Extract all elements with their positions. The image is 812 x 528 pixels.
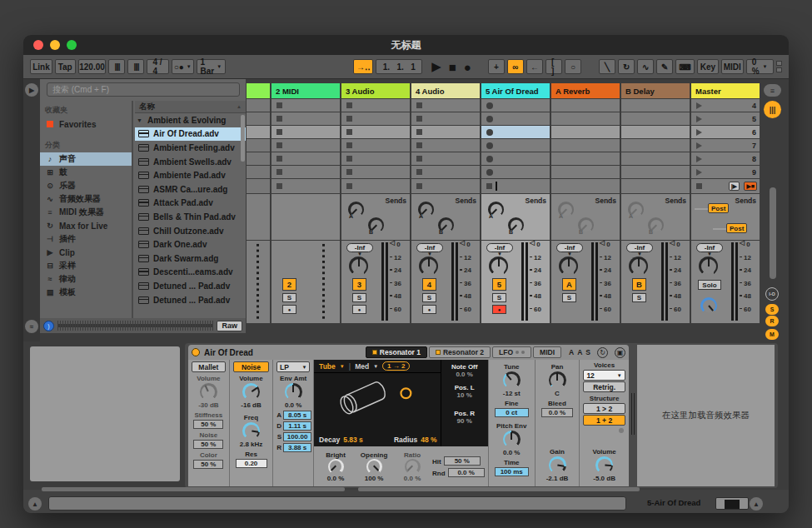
solo-button[interactable]: Solo (698, 280, 721, 290)
info-view-scrollbar[interactable] (42, 487, 345, 491)
clip-slot[interactable] (621, 112, 690, 125)
tune-knob[interactable] (503, 371, 521, 389)
clip-slot[interactable] (621, 126, 690, 138)
pitch-env-knob[interactable] (503, 431, 521, 448)
clip-slot[interactable] (481, 112, 550, 125)
fine-value[interactable]: 0 ct (495, 408, 529, 417)
arm-automation-toggle[interactable]: A (569, 348, 574, 356)
solo-button[interactable]: S (422, 293, 436, 302)
structure-1-2-parallel-button[interactable]: 1 + 2 (583, 415, 625, 426)
pan-knob[interactable] (419, 257, 438, 276)
browser-file-row[interactable]: Ambient Swells.adv (135, 155, 246, 169)
clip-slot[interactable] (551, 112, 620, 125)
track-header[interactable]: Master (691, 83, 760, 98)
browser-file-row[interactable]: Descenti...eams.adv (135, 266, 246, 280)
browser-file-row[interactable]: Chill Outzone.adv (135, 224, 246, 238)
clip-stop-slot[interactable] (247, 179, 270, 193)
send-a-knob[interactable]: A (488, 202, 504, 217)
clip-slot[interactable] (247, 99, 270, 112)
key-map-button[interactable]: Key (697, 59, 718, 74)
sidebar-item-samples[interactable]: ⊟采样 (40, 259, 132, 272)
mallet-button[interactable]: Mallet (192, 361, 226, 372)
send-b-knob[interactable]: B (438, 217, 454, 233)
show-detail-view-button[interactable]: ▲ (750, 497, 763, 511)
clip-slot[interactable] (481, 99, 550, 112)
clip-slot[interactable] (247, 139, 270, 152)
browser-file-row[interactable]: Attack Pad.adv (135, 197, 246, 211)
scene-menu-button[interactable]: ≡ (764, 84, 781, 97)
show-info-view-button[interactable]: ▲ (28, 497, 42, 511)
punch-button[interactable]: [ ] (545, 59, 562, 74)
arm-button[interactable]: ● (282, 305, 296, 314)
fader-handle-icon[interactable]: ◁ (740, 240, 745, 247)
session-toggle[interactable]: S (585, 348, 590, 356)
sidebar-item-instruments[interactable]: ⊙乐器 (40, 179, 132, 192)
gain-knob[interactable] (549, 456, 566, 474)
link-button[interactable]: Link (30, 59, 52, 74)
sidebar-item-audio-effects[interactable]: ∿音频效果器 (40, 192, 132, 206)
clip-slot[interactable] (551, 166, 620, 178)
retrig-button[interactable]: Retrig. (583, 381, 625, 392)
sidebar-item-sounds[interactable]: ♪声音 (40, 152, 132, 166)
send-a-knob[interactable]: A (418, 202, 434, 217)
fader-handle-icon[interactable]: ◁ (670, 240, 675, 247)
device-activator-button[interactable] (192, 348, 200, 356)
device-title-bar[interactable]: Air Of Dread Resonator 1Resonator 2LFOMI… (188, 345, 629, 360)
env-amt-knob[interactable] (285, 383, 302, 401)
resonator-type-dropdown[interactable]: Tube (319, 362, 336, 371)
device-pan-knob[interactable] (549, 371, 566, 389)
clip-slot[interactable] (411, 99, 480, 112)
window-titlebar[interactable]: 无标题 (23, 35, 789, 55)
send-b-knob[interactable]: B (578, 217, 594, 233)
mixer-section-toggle-s[interactable]: S (765, 304, 779, 315)
track-activator-button[interactable]: A (562, 278, 576, 291)
post-toggle-button[interactable]: Post (708, 203, 729, 213)
stiffness-value[interactable]: 50 % (193, 420, 223, 429)
fader-handle-icon[interactable]: ◁ (460, 240, 465, 247)
track-header[interactable]: 4 Audio (411, 83, 480, 98)
tab-midi[interactable]: MIDI (533, 346, 561, 358)
sustain-value[interactable]: 100.00 (283, 432, 311, 441)
mixer-section-toggle-i-o[interactable]: I-O (765, 287, 779, 301)
tab-resonator-2[interactable]: Resonator 2 (429, 346, 491, 358)
clip-slot[interactable]: 7 (691, 139, 760, 152)
track-header[interactable]: 5 Air Of Dread (481, 83, 550, 98)
send-b-knob[interactable]: B (648, 217, 664, 233)
decay-readout-value[interactable]: 5.83 s (343, 436, 363, 444)
note-off-value[interactable]: 0.0 % (456, 371, 472, 378)
arm-button[interactable]: ● (352, 305, 366, 314)
clip-slot[interactable]: 6 (691, 126, 760, 138)
stop-all-clips-button[interactable]: |▶ (729, 182, 740, 191)
automation-fade-button[interactable]: ╲ (599, 59, 615, 74)
sidebar-item-grooves[interactable]: ≈律动 (40, 272, 132, 286)
cue-volume-knob[interactable] (700, 297, 717, 314)
noise-volume-knob[interactable] (242, 383, 260, 401)
sidebar-item-drums[interactable]: ⊞鼓 (40, 166, 132, 179)
track-activator-button[interactable]: 2 (282, 278, 296, 291)
clip-slot[interactable] (551, 139, 620, 152)
hot-swap-icon[interactable]: ↻ (597, 347, 608, 358)
track-header[interactable] (247, 83, 270, 98)
clip-slot[interactable] (621, 152, 690, 165)
clip-slot[interactable] (247, 152, 270, 165)
track-header[interactable]: 2 MIDI (271, 83, 340, 98)
browser-folder-row[interactable]: ▼Ambient & Evolving (135, 113, 246, 127)
re-enable-automation-button[interactable]: ∿ (637, 59, 654, 74)
browser-file-row[interactable]: Ambient Feeling.adv (135, 141, 246, 155)
loop-button[interactable]: ↻ (618, 59, 635, 74)
clip-slot[interactable] (551, 152, 620, 165)
pan-knob[interactable] (699, 257, 718, 276)
pan-knob[interactable] (489, 257, 508, 276)
file-list-header[interactable]: 名称 ▲ (135, 101, 246, 113)
arm-button[interactable]: ● (422, 305, 436, 314)
clip-stop-slot[interactable] (481, 179, 550, 193)
clip-slot[interactable] (341, 139, 410, 152)
tap-tempo-button[interactable]: Tap (55, 59, 76, 74)
bleed-value[interactable]: 0.0 % (541, 408, 574, 417)
track-activator-button[interactable]: B (632, 278, 646, 291)
quantization-menu[interactable]: 1 Bar ▼ (197, 59, 226, 74)
sidebar-item-midi-effects[interactable]: ≡MIDI 效果器 (40, 206, 132, 219)
device-drag-handle[interactable] (631, 393, 635, 435)
position-handle[interactable] (401, 388, 411, 398)
clip-stop-slot[interactable] (341, 179, 410, 193)
